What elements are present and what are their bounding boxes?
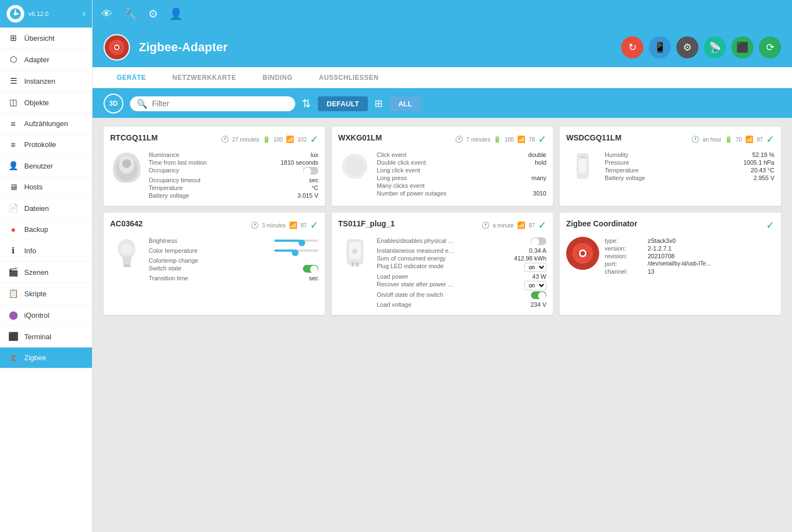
device-card-rtcgq11lm: RTCGQ11LM 🕐 27 minutes 🔋 100 📶 102 ✓: [104, 127, 325, 206]
sidebar-item-label: Benutzer: [24, 162, 53, 170]
device-header: WXKG01LM 🕐 7 minutes 🔋 100 📶 78 ✓: [338, 133, 546, 145]
device-header: WSDCGQ11LM 🕐 an hour 🔋 70 📶 87 ✓: [566, 133, 774, 145]
wifi-icon: 📶: [286, 135, 294, 143]
sidebar-item-label: Protokolle: [24, 140, 56, 149]
prop-row: Battery voltage 2.955 V: [605, 174, 774, 182]
device-card-wxkg01lm: WXKG01LM 🕐 7 minutes 🔋 100 📶 78 ✓: [332, 127, 553, 206]
sidebar-item-benutzer[interactable]: 👤 Benutzer: [0, 155, 92, 177]
prop-row: Long press many: [377, 174, 546, 182]
device-meta: 🕐 3 minutes 📶 87 ✓: [251, 219, 318, 231]
physical-toggle[interactable]: [531, 237, 546, 245]
occupancy-toggle[interactable]: [303, 167, 318, 175]
prop-row: Temperature °C: [149, 184, 318, 192]
sidebar-item-info[interactable]: ℹ Info: [0, 240, 92, 262]
svg-point-10: [345, 156, 365, 176]
status-ok-icon: ✓: [538, 219, 546, 231]
device-body: Brightness Color t: [110, 237, 318, 282]
device-battery: 100: [505, 137, 514, 143]
recover-state-select[interactable]: on: [524, 281, 546, 290]
device-signal: 102: [297, 137, 307, 143]
sidebar-item-objekte[interactable]: ◫ Objekte: [0, 92, 92, 113]
sidebar-collapse-button[interactable]: ‹: [83, 9, 85, 19]
svg-rect-12: [580, 156, 585, 158]
sidebar-item-label: Zigbee: [24, 354, 46, 362]
sidebar-item-label: Terminal: [24, 333, 51, 341]
coord-row: port: /dev/serial/by-id/usb-ITe…: [605, 260, 712, 268]
prop-row: Transition time sec: [149, 274, 318, 282]
status-ok-icon: ✓: [310, 219, 318, 231]
sidebar-item-adapter[interactable]: ⬡ Adapter: [0, 49, 92, 70]
hosts-icon: 🖥: [8, 182, 19, 192]
sidebar-item-zigbee[interactable]: Z Zigbee: [0, 348, 92, 368]
sidebar-item-label: Adapter: [24, 56, 50, 64]
wifi-icon: 📶: [745, 135, 753, 143]
device-card-ac03642: AC03642 🕐 3 minutes 📶 87 ✓: [104, 213, 325, 315]
sidebar-item-terminal[interactable]: ⬛ Terminal: [0, 326, 92, 348]
mobile-button[interactable]: 📱: [649, 36, 671, 58]
filter-input[interactable]: [152, 99, 289, 108]
onoff-toggle[interactable]: [531, 291, 546, 299]
sidebar-item-instanzen[interactable]: ☰ Instanzen: [0, 70, 92, 92]
person-icon[interactable]: 👤: [169, 7, 183, 20]
terminal-icon: ⬛: [8, 332, 19, 341]
tab-gerate[interactable]: GERÄTE: [104, 67, 159, 89]
eye-icon[interactable]: 👁: [101, 8, 112, 20]
prop-row: Colortemp change: [149, 257, 318, 264]
wifi-button[interactable]: 📡: [704, 36, 726, 58]
tab-binding[interactable]: BINDING: [249, 67, 306, 88]
sidebar-item-label: Skripte: [24, 290, 46, 298]
device-props: Brightness Color t: [149, 237, 318, 282]
prop-row: Long click event: [377, 166, 546, 174]
prop-row: Occupancy timeout sec: [149, 176, 318, 184]
chip-button[interactable]: ⬛: [731, 36, 753, 58]
sidebar-item-dateien[interactable]: 📄 Dateien: [0, 198, 92, 219]
prop-row: Time from last motion 1810 seconds: [149, 159, 318, 166]
status-ok-icon: ✓: [766, 219, 774, 231]
search-icon: 🔍: [137, 99, 148, 109]
motion-sensor-shape: [113, 153, 140, 183]
device-name: RTCGQ11LM: [110, 133, 158, 142]
sidebar-item-aufzahlungen[interactable]: ≡ Aufzählungen: [0, 113, 92, 134]
prop-row: Recover state after power … on: [377, 280, 546, 291]
svg-rect-20: [356, 262, 359, 267]
prop-row: Pressure 1005.1 hPa: [605, 159, 774, 166]
sidebar-item-hosts[interactable]: 🖥 Hosts: [0, 177, 92, 198]
sidebar-item-backup[interactable]: ● Backup: [0, 219, 92, 240]
coordinator-props: type: zStack3x0 version: 2-1.2.7.1 revis…: [605, 237, 712, 275]
sidebar-item-iqontrol[interactable]: ⬤ iQontrol: [0, 305, 92, 326]
list-view-icon[interactable]: ⊞: [375, 97, 383, 110]
network-button[interactable]: ⟳: [759, 36, 781, 58]
default-view-button[interactable]: DEFAULT: [318, 96, 368, 111]
device-time: 3 minutes: [262, 222, 286, 229]
sidebar-item-protokolle[interactable]: ≡ Protokolle: [0, 134, 92, 155]
3d-view-button[interactable]: 3D: [104, 94, 123, 113]
device-image: [338, 151, 371, 184]
filter-search-box[interactable]: 🔍: [130, 96, 295, 111]
tab-ausschliessen[interactable]: AUSSCHLIESSEN: [306, 67, 392, 88]
device-card-coordinator: Zigbee Coordinator ✓: [560, 213, 781, 315]
adapter-header: Zigbee-Adapter ↻ 📱 ⚙ 📡 ⬛ ⟳: [93, 28, 792, 67]
device-body: type: zStack3x0 version: 2-1.2.7.1 revis…: [566, 237, 774, 275]
sidebar-item-label: Instanzen: [24, 77, 55, 85]
device-name: Zigbee Coordinator: [566, 219, 637, 228]
device-time: 27 minutes: [232, 137, 259, 143]
settings2-button[interactable]: ⚙: [676, 36, 698, 58]
sort-icon[interactable]: ⇅: [302, 97, 311, 110]
sidebar-item-ubersicht[interactable]: ⊞ Übersicht: [0, 28, 92, 49]
sidebar-item-szenen[interactable]: 🎬 Szenen: [0, 262, 92, 283]
wrench-icon[interactable]: 🔧: [123, 7, 137, 20]
all-view-button[interactable]: ALL: [389, 96, 421, 111]
sidebar-item-label: Backup: [24, 225, 48, 234]
device-name: WSDCGQ11LM: [566, 133, 621, 142]
clock-icon: 🕐: [251, 221, 259, 229]
sidebar-item-skripte[interactable]: 📋 Skripte: [0, 283, 92, 305]
clock-icon: 🕐: [221, 135, 229, 143]
coord-row: version: 2-1.2.7.1: [605, 245, 712, 252]
device-props: Enables/disables physical … Instantaneou…: [377, 237, 546, 308]
adapter-tabs: GERÄTE NETZWERKKARTE BINDING AUSSCHLIESS…: [93, 67, 792, 89]
settings-icon[interactable]: ⚙: [148, 7, 158, 20]
tab-netzwerkkarte[interactable]: NETZWERKKARTE: [159, 67, 249, 88]
switch-toggle[interactable]: [303, 265, 318, 273]
restart-button[interactable]: ↻: [621, 36, 643, 58]
led-mode-select[interactable]: on: [524, 263, 546, 272]
